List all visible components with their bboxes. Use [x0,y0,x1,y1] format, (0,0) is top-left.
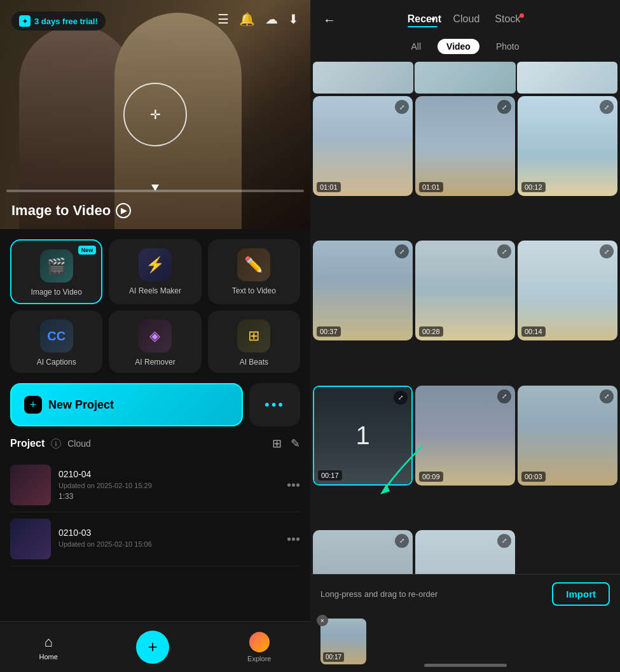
dropdown-icon: ▾ [431,15,435,24]
video-duration-1: 01:01 [419,182,443,192]
project-thumbnail-1 [10,519,51,559]
nav-add-button[interactable]: + [136,631,169,664]
project-section: Project ℹ Cloud ⊞ ✎ 0210-04 Updated on 2… [0,437,310,621]
project-info-icon[interactable]: ℹ [51,438,61,449]
ai-captions-icon-box: CC [40,319,73,353]
tab-recent[interactable]: Recent ▾ [408,13,438,27]
project-thumbnail-0 [10,465,51,505]
video-thumb-0[interactable]: ⤢ 01:01 [313,96,413,196]
edit-icon[interactable]: ✎ [291,437,300,451]
filter-all-label: All [411,41,421,52]
new-project-button[interactable]: + New Project [10,383,243,426]
new-project-plus-icon: + [24,396,42,414]
hero-label: Image to Video ▶ [11,202,131,219]
video-thumb-8[interactable]: ⤢ 00:03 [518,386,617,486]
project-header-icons: ⊞ ✎ [272,437,300,451]
project-item-1[interactable]: 0210-03 Updated on 2025-02-10 15:06 ••• [10,512,300,566]
project-more-0[interactable]: ••• [287,478,300,493]
tool-ai-captions[interactable]: CC AI Captions [10,311,102,373]
right-bottom: Long-press and drag to re-order Import ×… [310,574,620,672]
expand-icon-0[interactable]: ⤢ [395,100,409,114]
ai-beats-icon-box: ⊞ [237,319,270,353]
expand-icon-7[interactable]: ⤢ [497,389,511,403]
left-panel: ✦ 3 days free trial! ☰ 🔔 ☁ ⬇ ✛ Image to … [0,0,310,672]
stock-notification-dot [520,13,524,18]
download-icon[interactable]: ⬇ [288,11,299,27]
more-dots: ••• [265,396,285,413]
project-title: Project [10,438,45,449]
top-strip [310,62,620,96]
video-duration-2: 00:12 [521,182,546,192]
hint-text: Long-press and drag to re-order [320,589,437,599]
tool-image-to-video[interactable]: New 🎬 Image to Video [10,239,102,304]
back-button[interactable]: ← [323,13,336,27]
bottom-divider [424,664,507,667]
tool-grid: New 🎬 Image to Video ⚡ AI Reels Maker ✏️… [0,229,310,383]
hero-label-text: Image to Video [11,202,111,219]
nav-explore[interactable]: Explore [247,632,271,662]
text-to-video-icon-box: ✏️ [237,248,270,281]
video-thumb-4[interactable]: ⤢ 00:28 [415,241,515,340]
project-name-0: 0210-04 [59,469,279,479]
more-button[interactable]: ••• [249,383,300,426]
left-content: New 🎬 Image to Video ⚡ AI Reels Maker ✏️… [0,229,310,672]
project-title-group: Project ℹ Cloud [10,438,91,449]
ai-remover-icon-box: ◈ [139,319,172,353]
filter-video-label: Video [446,41,471,52]
tab-stock-label: Stock [495,13,520,24]
tool-ai-remover[interactable]: ◈ AI Remover [109,311,201,373]
grid-view-icon[interactable]: ⊞ [272,437,282,451]
trial-badge[interactable]: ✦ 3 days free trial! [11,11,106,31]
expand-icon-1[interactable]: ⤢ [497,100,511,114]
filter-all[interactable]: All [402,39,430,54]
project-duration-0: 1:33 [59,492,279,501]
video-thumb-5[interactable]: ⤢ 00:14 [518,241,617,340]
video-thumb-6[interactable]: ⤢ 1 00:17 [313,386,413,486]
project-date-0: Updated on 2025-02-10 15:29 [59,482,279,489]
notification-icon[interactable]: 🔔 [239,11,255,27]
ai-reels-icon-box: ⚡ [139,248,172,281]
project-item-0[interactable]: 0210-04 Updated on 2025-02-10 15:29 1:33… [10,458,300,512]
tab-stock[interactable]: Stock [495,13,520,27]
crop-crosshair-icon: ✛ [150,107,161,122]
image-to-video-icon-box: 🎬 [40,249,73,283]
project-more-1[interactable]: ••• [287,532,300,547]
bottom-hint: Long-press and drag to re-order Import [310,575,620,613]
video-thumb-2[interactable]: ⤢ 00:12 [518,96,617,196]
tool-ai-beats[interactable]: ⊞ AI Beats [208,311,300,373]
selected-preview-duration-0: 00:17 [323,652,344,662]
project-info-1: 0210-03 Updated on 2025-02-10 15:06 [59,528,279,550]
video-duration-7: 00:09 [419,472,443,482]
import-button[interactable]: Import [552,582,610,606]
timeline-thumb [151,185,159,191]
hero-play-icon[interactable]: ▶ [116,203,131,218]
expand-icon-2[interactable]: ⤢ [600,100,614,114]
right-tabs: Recent ▾ Cloud Stock [408,13,521,27]
tool-text-to-video[interactable]: ✏️ Text to Video [208,239,300,304]
nav-home[interactable]: ⌂ Home [39,634,58,661]
video-duration-5: 00:14 [521,326,546,337]
right-panel: ← Recent ▾ Cloud Stock All Video Photo [310,0,620,672]
new-project-text: New Project [48,398,114,412]
expand-icon-6[interactable]: ⤢ [394,391,408,405]
expand-icon-8[interactable]: ⤢ [600,389,614,403]
nav-explore-label: Explore [247,655,271,662]
filter-video[interactable]: Video [437,39,479,54]
remove-selected-button[interactable]: × [317,615,328,626]
filter-photo[interactable]: Photo [487,39,528,54]
expand-icon-9[interactable]: ⤢ [395,534,409,548]
tab-cloud[interactable]: Cloud [453,13,479,27]
strip-item-1 [415,62,515,94]
timeline-bar[interactable] [6,185,304,197]
cloud-upload-icon[interactable]: ☁ [265,11,278,27]
strip-item-0 [313,62,413,94]
ai-reels-label: AI Reels Maker [129,286,181,295]
video-thumb-1[interactable]: ⤢ 01:01 [415,96,515,196]
tool-ai-reels[interactable]: ⚡ AI Reels Maker [109,239,201,304]
list-icon[interactable]: ☰ [217,11,229,27]
home-icon: ⌂ [45,634,53,650]
video-thumb-7[interactable]: ⤢ 00:09 [415,386,515,486]
expand-icon-10[interactable]: ⤢ [497,534,511,548]
right-header: ← Recent ▾ Cloud Stock [310,0,620,34]
video-thumb-3[interactable]: ⤢ 00:37 [313,241,413,340]
